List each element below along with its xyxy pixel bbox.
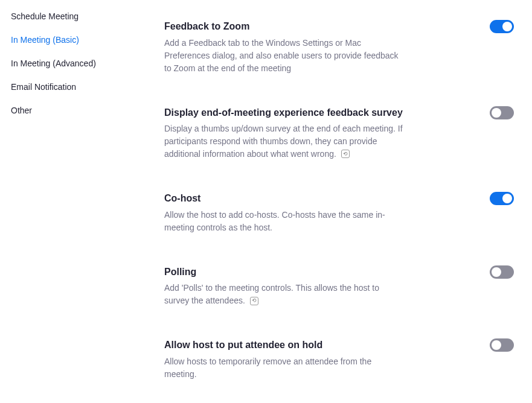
setting-desc: Display a thumbs up/down survey at the e… bbox=[164, 122, 406, 160]
setting-feedback-to-zoom: Feedback to Zoom Add a Feedback tab to t… bbox=[164, 20, 514, 75]
setting-desc: Add 'Polls' to the meeting controls. Thi… bbox=[164, 282, 406, 307]
toggle-end-of-meeting-survey[interactable] bbox=[490, 106, 514, 119]
toggle-polling[interactable] bbox=[490, 265, 514, 279]
settings-main: Feedback to Zoom Add a Feedback tab to t… bbox=[164, 0, 532, 403]
toggle-attendee-on-hold[interactable] bbox=[490, 338, 514, 352]
setting-attendee-on-hold: Allow host to put attendee on hold Allow… bbox=[164, 338, 514, 381]
setting-desc-text: Display a thumbs up/down survey at the e… bbox=[164, 124, 403, 159]
reset-icon[interactable]: ⟲ bbox=[341, 150, 350, 158]
sidebar-item-in-meeting-basic[interactable]: In Meeting (Basic) bbox=[11, 28, 164, 52]
setting-text: Feedback to Zoom Add a Feedback tab to t… bbox=[164, 20, 406, 75]
setting-end-of-meeting-survey: Display end-of-meeting experience feedba… bbox=[164, 106, 514, 161]
setting-co-host: Co-host Allow the host to add co-hosts. … bbox=[164, 192, 514, 234]
toggle-co-host[interactable] bbox=[490, 192, 514, 205]
setting-title: Feedback to Zoom bbox=[164, 20, 406, 33]
setting-text: Allow host to put attendee on hold Allow… bbox=[164, 338, 406, 381]
setting-title: Display end-of-meeting experience feedba… bbox=[164, 106, 406, 119]
setting-text: Display end-of-meeting experience feedba… bbox=[164, 106, 406, 161]
sidebar-item-other[interactable]: Other bbox=[11, 99, 164, 122]
toggle-feedback-to-zoom[interactable] bbox=[490, 20, 514, 33]
setting-desc: Add a Feedback tab to the Windows Settin… bbox=[164, 37, 406, 75]
setting-text: Polling Add 'Polls' to the meeting contr… bbox=[164, 265, 406, 308]
setting-title: Polling bbox=[164, 265, 406, 279]
setting-text: Co-host Allow the host to add co-hosts. … bbox=[164, 192, 406, 234]
sidebar-item-schedule-meeting[interactable]: Schedule Meeting bbox=[11, 5, 164, 28]
sidebar-item-in-meeting-advanced[interactable]: In Meeting (Advanced) bbox=[11, 52, 164, 75]
setting-title: Co-host bbox=[164, 192, 406, 205]
settings-sidebar: Schedule Meeting In Meeting (Basic) In M… bbox=[0, 0, 164, 403]
reset-icon[interactable]: ⟲ bbox=[250, 297, 258, 305]
setting-desc: Allow the host to add co-hosts. Co-hosts… bbox=[164, 209, 406, 234]
setting-polling: Polling Add 'Polls' to the meeting contr… bbox=[164, 265, 514, 308]
sidebar-item-email-notification[interactable]: Email Notification bbox=[11, 75, 164, 99]
setting-desc: Allow hosts to temporarily remove an att… bbox=[164, 355, 406, 381]
setting-desc-text: Add 'Polls' to the meeting controls. Thi… bbox=[164, 283, 379, 305]
setting-title: Allow host to put attendee on hold bbox=[164, 338, 406, 352]
